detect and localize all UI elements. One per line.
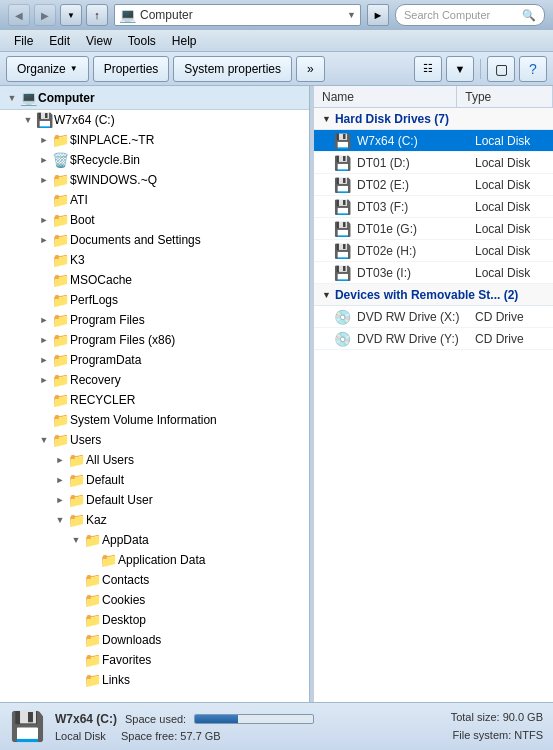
view-type-button[interactable]: ▼ — [446, 56, 474, 82]
organize-button[interactable]: Organize ▼ — [6, 56, 89, 82]
docsettings-expander: ► — [36, 235, 52, 245]
tree-item-inplace[interactable]: ► 📁 $INPLACE.~TR — [0, 130, 309, 150]
tree-item-cookies[interactable]: ► 📁 Cookies — [0, 590, 309, 610]
tree-item-allusers[interactable]: ► 📁 All Users — [0, 450, 309, 470]
links-label: Links — [102, 673, 130, 687]
tree-item-perflogs[interactable]: ► 📁 PerfLogs — [0, 290, 309, 310]
tree-item-programfiles[interactable]: ► 📁 Program Files — [0, 310, 309, 330]
toolbar-separator — [480, 59, 481, 79]
tree-item-docsettings[interactable]: ► 📁 Documents and Settings — [0, 230, 309, 250]
favorites-label: Favorites — [102, 653, 151, 667]
tree-item-desktop[interactable]: ► 📁 Desktop — [0, 610, 309, 630]
msocache-icon: 📁 — [52, 272, 68, 288]
recent-pages-button[interactable]: ▼ — [60, 4, 82, 26]
drive-dt01-type: Local Disk — [475, 156, 545, 170]
address-dropdown-icon[interactable]: ▼ — [347, 10, 356, 20]
users-icon: 📁 — [52, 432, 68, 448]
menu-edit[interactable]: Edit — [41, 32, 78, 50]
view-toggle-button[interactable]: ☷ — [414, 56, 442, 82]
forward-button[interactable]: ▶ — [34, 4, 56, 26]
menu-tools[interactable]: Tools — [120, 32, 164, 50]
tree-item-kaz[interactable]: ▼ 📁 Kaz — [0, 510, 309, 530]
search-placeholder: Search Computer — [404, 9, 518, 21]
drive-dvdy-name: DVD RW Drive (Y:) — [357, 332, 475, 346]
w7x64-label: W7x64 (C:) — [54, 113, 115, 127]
tree-item-sysvolinfo[interactable]: ► 📁 System Volume Information — [0, 410, 309, 430]
properties-button[interactable]: Properties — [93, 56, 170, 82]
group-removable-storage[interactable]: ▼ Devices with Removable St... (2) — [314, 284, 553, 306]
tree-item-appdata[interactable]: ▼ 📁 AppData — [0, 530, 309, 550]
tree-header-label: Computer — [38, 91, 95, 105]
tree-item-recovery[interactable]: ► 📁 Recovery — [0, 370, 309, 390]
group-hard-disk-drives[interactable]: ▼ Hard Disk Drives (7) — [314, 108, 553, 130]
tree-item-defaultuser[interactable]: ► 📁 Default User — [0, 490, 309, 510]
tree-item-ati[interactable]: ► 📁 ATI — [0, 190, 309, 210]
tree-item-favorites[interactable]: ► 📁 Favorites — [0, 650, 309, 670]
computer-icon: 💻 — [119, 7, 136, 23]
tree-item-recycler[interactable]: ► 📁 RECYCLER — [0, 390, 309, 410]
sysvolinfo-label: System Volume Information — [70, 413, 217, 427]
search-bar[interactable]: Search Computer 🔍 — [395, 4, 545, 26]
help-button[interactable]: ? — [519, 56, 547, 82]
boot-icon: 📁 — [52, 212, 68, 228]
tree-item-msocache[interactable]: ► 📁 MSOCache — [0, 270, 309, 290]
menu-bar: File Edit View Tools Help — [0, 30, 553, 52]
menu-view[interactable]: View — [78, 32, 120, 50]
address-bar[interactable]: 💻 Computer ▼ — [114, 4, 361, 26]
tree-item-links[interactable]: ► 📁 Links — [0, 670, 309, 690]
inplace-label: $INPLACE.~TR — [70, 133, 154, 147]
back-button[interactable]: ◀ — [8, 4, 30, 26]
drive-item-dvdy[interactable]: 💿 DVD RW Drive (Y:) CD Drive — [314, 328, 553, 350]
group-hdd-label: Hard Disk Drives (7) — [335, 112, 449, 126]
tree-item-recycle[interactable]: ► 🗑️ $Recycle.Bin — [0, 150, 309, 170]
drive-dt03e-type: Local Disk — [475, 266, 545, 280]
system-properties-button[interactable]: System properties — [173, 56, 292, 82]
drive-dvdx-name: DVD RW Drive (X:) — [357, 310, 475, 324]
col-name[interactable]: Name — [314, 86, 457, 107]
k3-icon: 📁 — [52, 252, 68, 268]
organize-label: Organize — [17, 62, 66, 76]
contacts-icon: 📁 — [84, 572, 100, 588]
k3-label: K3 — [70, 253, 85, 267]
tree-item-windows[interactable]: ► 📁 $WINDOWS.~Q — [0, 170, 309, 190]
drive-item-dt03e[interactable]: 💾 DT03e (I:) Local Disk — [314, 262, 553, 284]
kaz-icon: 📁 — [68, 512, 84, 528]
tree-item-contacts[interactable]: ► 📁 Contacts — [0, 570, 309, 590]
go-button[interactable]: ► — [367, 4, 389, 26]
drive-item-dt02e[interactable]: 💾 DT02e (H:) Local Disk — [314, 240, 553, 262]
menu-help[interactable]: Help — [164, 32, 205, 50]
allusers-icon: 📁 — [68, 452, 84, 468]
drive-item-w7x64[interactable]: 💾 W7x64 (C:) Local Disk — [314, 130, 553, 152]
tree-item-users[interactable]: ▼ 📁 Users — [0, 430, 309, 450]
tree-item-downloads[interactable]: ► 📁 Downloads — [0, 630, 309, 650]
tree-item-default[interactable]: ► 📁 Default — [0, 470, 309, 490]
address-text: Computer — [140, 8, 343, 22]
favorites-icon: 📁 — [84, 652, 100, 668]
search-icon: 🔍 — [522, 9, 536, 22]
drive-item-dvdx[interactable]: 💿 DVD RW Drive (X:) CD Drive — [314, 306, 553, 328]
pane-toggle-button[interactable]: ▢ — [487, 56, 515, 82]
tree-item-programdata[interactable]: ► 📁 ProgramData — [0, 350, 309, 370]
col-type[interactable]: Type — [457, 86, 553, 107]
tree-item-applicationdata[interactable]: ► 📁 Application Data — [0, 550, 309, 570]
drive-item-dt01[interactable]: 💾 DT01 (D:) Local Disk — [314, 152, 553, 174]
tree-item-programfilesx86[interactable]: ► 📁 Program Files (x86) — [0, 330, 309, 350]
more-button[interactable]: » — [296, 56, 325, 82]
tree-item-w7x64[interactable]: ▼ 💾 W7x64 (C:) — [0, 110, 309, 130]
programfilesx86-icon: 📁 — [52, 332, 68, 348]
drive-dt02e-name: DT02e (H:) — [357, 244, 475, 258]
tree-item-boot[interactable]: ► 📁 Boot — [0, 210, 309, 230]
tree-header-row: ▼ 💻 Computer — [0, 86, 309, 110]
drive-item-dt02[interactable]: 💾 DT02 (E:) Local Disk — [314, 174, 553, 196]
recycle-expander: ► — [36, 155, 52, 165]
drive-w7x64-type: Local Disk — [475, 134, 545, 148]
status-filesystem: File system: NTFS — [451, 727, 543, 745]
up-button[interactable]: ↑ — [86, 4, 108, 26]
programdata-icon: 📁 — [52, 352, 68, 368]
drive-item-dt01e[interactable]: 💾 DT01e (G:) Local Disk — [314, 218, 553, 240]
recycle-label: $Recycle.Bin — [70, 153, 140, 167]
tree-item-k3[interactable]: ► 📁 K3 — [0, 250, 309, 270]
inplace-icon: 📁 — [52, 132, 68, 148]
menu-file[interactable]: File — [6, 32, 41, 50]
drive-item-dt03[interactable]: 💾 DT03 (F:) Local Disk — [314, 196, 553, 218]
